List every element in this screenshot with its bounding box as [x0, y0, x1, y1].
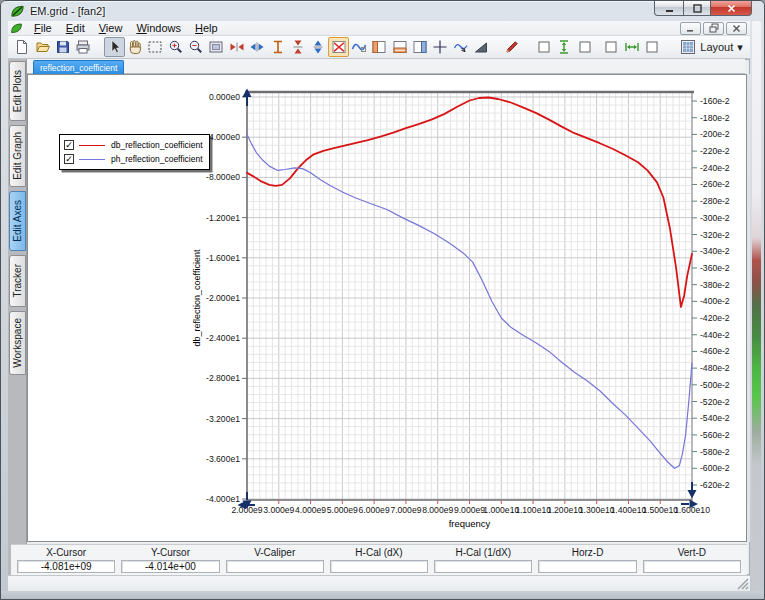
y-right-tick-label: -560e-2: [700, 430, 730, 440]
vertical-extent-button[interactable]: [267, 37, 287, 57]
y-right-tick-label: -440e-2: [700, 330, 730, 340]
compress-horizontal-button[interactable]: [227, 37, 247, 57]
edit-pencil-button[interactable]: [502, 37, 522, 57]
document-tab-reflection-coefficient[interactable]: reflection_coefficient: [33, 60, 124, 74]
zoom-window-icon: [147, 39, 163, 55]
tracker-curve-button[interactable]: [451, 37, 471, 57]
legend-line-sample-db: [79, 145, 105, 146]
zoom-out-button[interactable]: [186, 37, 206, 57]
menu-item-view[interactable]: View: [92, 21, 130, 35]
legend-label-db: db_reflection_coefficient: [111, 140, 203, 150]
y-right-tick-label: -460e-2: [700, 346, 730, 356]
y-right-tick-label: -300e-2: [700, 213, 730, 223]
sidebar-tab-edit-axes[interactable]: Edit Axes: [9, 191, 26, 251]
open-button[interactable]: [32, 37, 52, 57]
y-left-tick-label: -3.600e1: [206, 454, 240, 464]
y-right-tick-label: -360e-2: [700, 263, 730, 273]
y-right-tick-label: -480e-2: [700, 363, 730, 373]
pan-tool-button[interactable]: [125, 37, 145, 57]
resize-grip[interactable]: [736, 577, 749, 590]
v-expand-green-button[interactable]: [554, 37, 574, 57]
cursor-column-vert-d: Vert-D: [643, 546, 741, 576]
bottom-panel-button[interactable]: [389, 37, 409, 57]
legend-line-sample-ph: [79, 159, 105, 160]
layout-dropdown-button[interactable]: Layout▾: [673, 37, 750, 57]
zoom-in-button[interactable]: [166, 37, 186, 57]
cursor-value-field: -4.014e+00: [121, 560, 219, 573]
axis-handle-right-down-arrow[interactable]: [688, 490, 697, 499]
x-tick-label: 6.000e9: [359, 505, 390, 515]
compress-vertical-button[interactable]: [288, 37, 308, 57]
y-axis-title: db_reflection_coefficient: [192, 249, 202, 346]
child-minimize-button[interactable]: [680, 22, 701, 35]
pointer-tool-button[interactable]: [104, 37, 124, 57]
title-bar[interactable]: EM.grid - [fan2]: [1, 1, 764, 21]
expand-horizontal-button[interactable]: [247, 37, 267, 57]
sidebar-tab-edit-graph[interactable]: Edit Graph: [9, 125, 26, 187]
menu-item-windows[interactable]: Windows: [129, 21, 188, 35]
cursor-column-x-cursor: X-Cursor-4.081e+09: [17, 546, 115, 576]
h-link-checkbox-right[interactable]: [642, 37, 662, 57]
v-link-checkbox-right[interactable]: [574, 37, 594, 57]
y-right-tick-label: -620e-2: [700, 480, 730, 490]
layout-grid-icon: [680, 39, 696, 55]
save-button[interactable]: [53, 37, 73, 57]
zoom-window-button[interactable]: [145, 37, 165, 57]
close-button[interactable]: [710, 1, 752, 16]
expand-vertical-button[interactable]: [308, 37, 328, 57]
curve-tool-button[interactable]: [349, 37, 369, 57]
x-tick-label: 9.000e9: [454, 505, 485, 515]
menu-item-help[interactable]: Help: [188, 21, 225, 35]
expand-horizontal-green-icon: [624, 39, 640, 55]
window-title: EM.grid - [fan2]: [30, 5, 105, 17]
y-right-tick-label: -420e-2: [700, 313, 730, 323]
cursor-label: V-Caliper: [226, 546, 324, 560]
legend-checkbox-ph[interactable]: ✓: [64, 154, 74, 164]
full-extent-button[interactable]: [206, 37, 226, 57]
y-right-tick-label: -500e-2: [700, 380, 730, 390]
window-border-bottom: [1, 591, 764, 599]
y-left-tick-label: -2.400e1: [206, 333, 240, 343]
cursor-column-v-caliper: V-Caliper: [226, 546, 324, 576]
h-expand-green-button[interactable]: [622, 37, 642, 57]
minimize-button[interactable]: [654, 1, 683, 16]
maximize-button[interactable]: [683, 1, 710, 16]
left-panel-button[interactable]: [369, 37, 389, 57]
menu-item-edit[interactable]: Edit: [59, 21, 92, 35]
hand-icon: [127, 39, 143, 55]
sidebar-tab-workspace[interactable]: Workspace: [9, 311, 26, 375]
sidebar-tab-edit-plots[interactable]: Edit Plots: [9, 61, 26, 121]
y-left-tick-label: -2.800e1: [206, 373, 240, 383]
menu-item-file[interactable]: File: [27, 21, 59, 35]
glass-reflection-strip: [752, 21, 761, 591]
y-right-tick-label: -540e-2: [700, 413, 730, 423]
x-tick-label: 4.000e9: [295, 505, 326, 515]
right-panel-button[interactable]: [410, 37, 430, 57]
mdi-client-area: Edit Plots Edit Graph Edit Axes Tracker …: [8, 59, 750, 575]
vertical-extent-icon: [270, 39, 286, 55]
y-right-tick-label: -260e-2: [700, 179, 730, 189]
autoscale-button[interactable]: [328, 37, 348, 57]
expand-horizontal-icon: [249, 39, 265, 55]
new-button[interactable]: [12, 37, 32, 57]
h-link-checkbox-left[interactable]: [601, 37, 621, 57]
child-close-button[interactable]: [726, 22, 747, 35]
y-left-tick-label: -8.000e0: [206, 172, 240, 182]
y-right-tick-label: -580e-2: [700, 447, 730, 457]
print-button[interactable]: [73, 37, 93, 57]
app-window: EM.grid - [fan2] File Edit View Windows …: [0, 0, 765, 600]
sidebar-tab-tracker[interactable]: Tracker: [9, 255, 26, 307]
slope-button[interactable]: [471, 37, 491, 57]
legend-checkbox-db[interactable]: ✓: [64, 140, 74, 150]
pencil-icon: [504, 39, 520, 55]
x-tick-label: 1.100e10: [515, 505, 551, 515]
child-restore-button[interactable]: [703, 22, 724, 35]
y-left-tick-label: -4.000e1: [206, 494, 240, 504]
cursor-label: Horz-D: [538, 546, 636, 560]
cursor-label: H-Cal (1/dX): [434, 546, 532, 560]
v-link-checkbox-left[interactable]: [534, 37, 554, 57]
legend-row-ph: ✓ ph_reflection_coefficient: [64, 152, 203, 166]
y-left-tick-label: -1.200e1: [206, 213, 240, 223]
crosshair-button[interactable]: [430, 37, 450, 57]
new-file-icon: [14, 39, 30, 55]
